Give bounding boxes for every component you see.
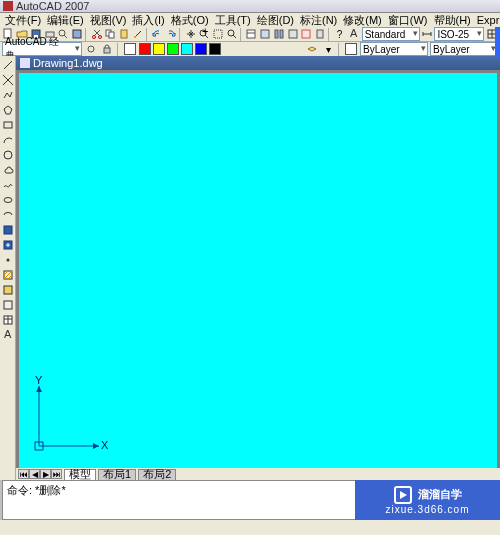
- menu-view[interactable]: 视图(V): [87, 13, 130, 28]
- svg-rect-45: [4, 226, 12, 234]
- menu-file[interactable]: 文件(F): [2, 13, 44, 28]
- pline-tool-icon[interactable]: [1, 88, 15, 102]
- svg-point-9: [92, 36, 95, 39]
- svg-rect-25: [280, 30, 283, 38]
- dimstyle-select[interactable]: ISO-25: [434, 27, 484, 41]
- publish-icon[interactable]: [71, 28, 84, 41]
- ssm-icon[interactable]: [286, 28, 299, 41]
- table-tool-icon[interactable]: [1, 313, 15, 327]
- svg-marker-41: [4, 106, 12, 114]
- ws-lock-icon[interactable]: [100, 43, 114, 56]
- workspace-select[interactable]: AutoCAD 经典: [2, 42, 82, 56]
- draw-toolbar: A: [0, 56, 16, 480]
- region-tool-icon[interactable]: [1, 298, 15, 312]
- tab-prev-icon[interactable]: ◀: [29, 469, 40, 479]
- block-tool-icon[interactable]: [1, 223, 15, 237]
- undo-icon[interactable]: [151, 28, 164, 41]
- svg-rect-54: [4, 286, 12, 294]
- linetype-select[interactable]: ByLayer: [360, 42, 428, 56]
- paste-icon[interactable]: [118, 28, 131, 41]
- separator: [179, 28, 182, 41]
- dimstyle-icon[interactable]: [421, 28, 434, 41]
- menu-help[interactable]: 帮助(H): [431, 13, 474, 28]
- tab-layout1[interactable]: 布局1: [98, 469, 136, 480]
- calc-icon[interactable]: [314, 28, 327, 41]
- zoom-rt-icon[interactable]: +: [198, 28, 211, 41]
- gradient-tool-icon[interactable]: [1, 283, 15, 297]
- drawing-titlebar[interactable]: Drawing1.dwg: [16, 56, 500, 70]
- drawing-window: Drawing1.dwg X Y ⏮ ◀ ▶ ⏭ 模型 布局1: [16, 56, 500, 480]
- color-red[interactable]: [139, 43, 151, 55]
- spline-tool-icon[interactable]: [1, 178, 15, 192]
- ellipse-arc-tool-icon[interactable]: [1, 208, 15, 222]
- separator: [240, 28, 243, 41]
- menu-insert[interactable]: 插入(I): [129, 13, 167, 28]
- textstyle-select[interactable]: Standard: [362, 27, 420, 41]
- menu-modify[interactable]: 修改(M): [340, 13, 385, 28]
- tab-last-icon[interactable]: ⏭: [51, 469, 62, 479]
- pan-icon[interactable]: [184, 28, 197, 41]
- color-black[interactable]: [209, 43, 221, 55]
- tab-first-icon[interactable]: ⏮: [18, 469, 29, 479]
- text-tool-icon[interactable]: A: [1, 328, 15, 342]
- svg-rect-64: [35, 442, 43, 450]
- arc-tool-icon[interactable]: [1, 133, 15, 147]
- svg-rect-13: [121, 30, 127, 38]
- menu-window[interactable]: 窗口(W): [385, 13, 431, 28]
- markup-icon[interactable]: [300, 28, 313, 41]
- model-canvas[interactable]: X Y: [19, 73, 497, 468]
- color-cyan[interactable]: [181, 43, 193, 55]
- menu-bar: 文件(F) 编辑(E) 视图(V) 插入(I) 格式(O) 工具(T) 绘图(D…: [0, 13, 500, 27]
- menu-format[interactable]: 格式(O): [168, 13, 212, 28]
- svg-line-52: [4, 271, 12, 279]
- menu-draw[interactable]: 绘图(D): [254, 13, 297, 28]
- textstyle-icon[interactable]: A: [348, 28, 361, 41]
- tab-layout2[interactable]: 布局2: [138, 469, 176, 480]
- menu-dim[interactable]: 标注(N): [297, 13, 340, 28]
- circle-tool-icon[interactable]: [1, 148, 15, 162]
- layer-state-icon[interactable]: [305, 43, 319, 56]
- tab-next-icon[interactable]: ▶: [40, 469, 51, 479]
- match-icon[interactable]: [131, 28, 144, 41]
- menu-express[interactable]: Express: [474, 14, 500, 26]
- polygon-tool-icon[interactable]: [1, 103, 15, 117]
- tool-pal-icon[interactable]: [272, 28, 285, 41]
- svg-marker-63: [36, 386, 42, 392]
- help-icon[interactable]: ?: [333, 28, 346, 41]
- svg-line-51: [4, 271, 8, 275]
- separator: [146, 28, 149, 41]
- color-green[interactable]: [167, 43, 179, 55]
- color-icon[interactable]: [123, 43, 137, 56]
- zoom-prev-icon[interactable]: [225, 28, 238, 41]
- point-tool-icon[interactable]: [1, 253, 15, 267]
- drawing-title: Drawing1.dwg: [33, 57, 103, 69]
- color-yellow[interactable]: [153, 43, 165, 55]
- ellipse-tool-icon[interactable]: [1, 193, 15, 207]
- tab-model[interactable]: 模型: [64, 469, 96, 480]
- layer-more-icon[interactable]: ▾: [321, 43, 335, 56]
- redo-icon[interactable]: [165, 28, 178, 41]
- separator: [85, 28, 88, 41]
- dc-icon[interactable]: [259, 28, 272, 41]
- revcloud-tool-icon[interactable]: [1, 163, 15, 177]
- props-icon[interactable]: [245, 28, 258, 41]
- color-select[interactable]: ByLayer: [430, 42, 498, 56]
- color-blue[interactable]: [195, 43, 207, 55]
- menu-edit[interactable]: 编辑(E): [44, 13, 87, 28]
- copy-icon[interactable]: [104, 28, 117, 41]
- linetype-icon[interactable]: [344, 43, 358, 56]
- menu-tools[interactable]: 工具(T): [212, 13, 254, 28]
- svg-rect-24: [275, 30, 278, 38]
- rect-tool-icon[interactable]: [1, 118, 15, 132]
- line-tool-icon[interactable]: [1, 58, 15, 72]
- svg-point-44: [4, 198, 12, 203]
- right-accent: [495, 27, 500, 57]
- separator: [117, 43, 120, 56]
- make-block-tool-icon[interactable]: [1, 238, 15, 252]
- xline-tool-icon[interactable]: [1, 73, 15, 87]
- hatch-tool-icon[interactable]: [1, 268, 15, 282]
- cut-icon[interactable]: [90, 28, 103, 41]
- zoom-win-icon[interactable]: [212, 28, 225, 41]
- ws-settings-icon[interactable]: [84, 43, 98, 56]
- svg-rect-42: [4, 122, 12, 128]
